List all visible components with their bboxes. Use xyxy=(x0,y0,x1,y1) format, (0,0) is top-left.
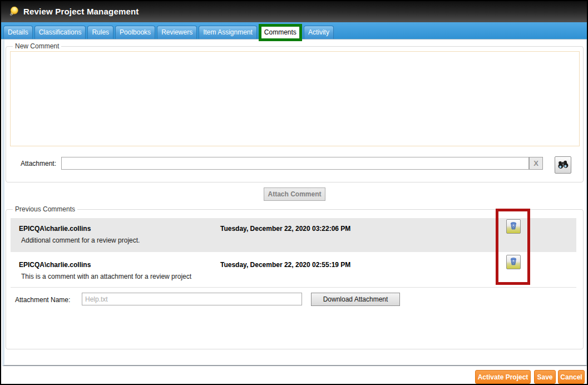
trash-icon xyxy=(509,257,518,268)
download-attachment-button[interactable]: Download Attachment xyxy=(311,293,400,306)
clear-attachment-button[interactable]: X xyxy=(529,157,543,170)
comment-author: EPICQA\charlie.collins xyxy=(19,261,91,269)
trash-icon xyxy=(509,221,518,232)
comment-timestamp: Tuesday, December 22, 2020 03:22:06 PM xyxy=(220,225,350,233)
tab-details[interactable]: Details xyxy=(3,26,33,39)
save-button[interactable]: Save xyxy=(534,370,556,384)
comment-text: Additional comment for a review project. xyxy=(21,236,140,244)
tab-comments-active-highlighted[interactable]: Comments xyxy=(259,24,302,41)
comment-row: EPICQA\charlie.collins Tuesday, December… xyxy=(11,254,576,287)
tab-item-assignment[interactable]: Item Assignment xyxy=(199,26,257,39)
new-comment-textarea[interactable] xyxy=(10,51,580,146)
titlebar: Review Project Management xyxy=(1,1,587,22)
delete-attachment-button[interactable] xyxy=(506,219,521,234)
comment-text: This is a comment with an attachment for… xyxy=(21,273,191,280)
browse-attachment-button[interactable] xyxy=(555,156,571,174)
tab-bar: Details Classifications Rules Poolbooks … xyxy=(1,22,587,40)
previous-comments-legend: Previous Comments xyxy=(13,205,77,213)
tab-poolbooks[interactable]: Poolbooks xyxy=(115,26,155,39)
delete-attachment-button[interactable] xyxy=(506,255,521,269)
attachment-name-input[interactable] xyxy=(82,293,302,305)
tab-activity[interactable]: Activity xyxy=(304,26,334,39)
tab-rules[interactable]: Rules xyxy=(87,26,113,39)
attachment-name-label: Attachment Name: xyxy=(15,296,70,304)
lightbulb-icon xyxy=(7,5,20,18)
activate-project-button[interactable]: Activate Project xyxy=(475,370,531,384)
comment-row: EPICQA\charlie.collins Tuesday, December… xyxy=(11,218,576,252)
review-project-management-window: Review Project Management Details Classi… xyxy=(0,0,588,385)
new-comment-legend: New Comment xyxy=(13,42,61,50)
comments-separator xyxy=(11,287,576,288)
tab-reviewers[interactable]: Reviewers xyxy=(157,26,197,39)
window-title: Review Project Management xyxy=(23,1,139,22)
comment-author: EPICQA\charlie.collins xyxy=(19,225,91,233)
comment-timestamp: Tuesday, December 22, 2020 02:55:19 PM xyxy=(220,261,350,269)
binoculars-icon xyxy=(557,159,569,171)
cancel-button[interactable]: Cancel xyxy=(558,370,585,384)
tab-classifications[interactable]: Classifications xyxy=(34,26,86,39)
attachment-input[interactable] xyxy=(61,157,529,170)
attachment-label: Attachment: xyxy=(21,160,56,167)
attach-comment-button[interactable]: Attach Comment xyxy=(264,187,325,201)
